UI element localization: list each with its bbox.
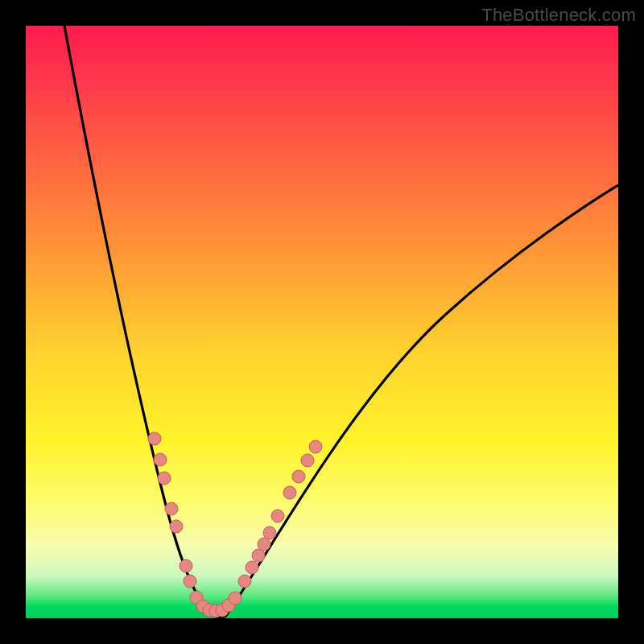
highlight-dots-group bbox=[148, 432, 322, 617]
marker-dot bbox=[263, 526, 276, 539]
marker-dot bbox=[148, 432, 161, 445]
marker-dot bbox=[309, 440, 322, 453]
marker-dot bbox=[301, 454, 314, 467]
marker-dot bbox=[246, 561, 258, 574]
marker-dot bbox=[258, 538, 270, 551]
marker-dot bbox=[158, 472, 171, 485]
marker-dot bbox=[180, 559, 192, 572]
marker-dot bbox=[184, 575, 196, 588]
marker-dot bbox=[252, 549, 265, 562]
marker-dot bbox=[229, 592, 242, 605]
chart-frame: TheBottleneck.com bbox=[0, 0, 644, 644]
markers-layer bbox=[26, 26, 618, 618]
marker-dot bbox=[170, 520, 183, 533]
marker-dot bbox=[283, 486, 296, 499]
marker-dot bbox=[271, 510, 284, 522]
marker-dot bbox=[292, 470, 305, 483]
marker-dot bbox=[165, 502, 178, 515]
watermark-text: TheBottleneck.com bbox=[481, 5, 636, 26]
marker-dot bbox=[238, 575, 251, 588]
marker-dot bbox=[154, 453, 167, 466]
